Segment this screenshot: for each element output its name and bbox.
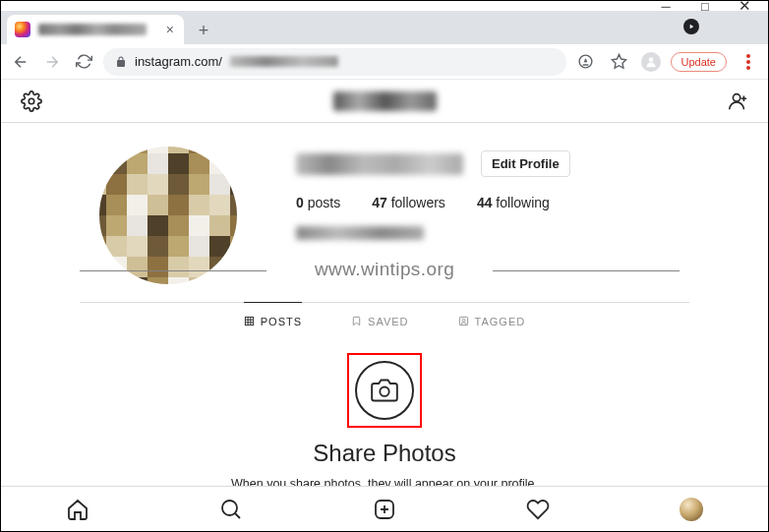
new-tab-button[interactable]: +	[190, 17, 217, 44]
tab-posts[interactable]: POSTS	[244, 302, 302, 339]
address-bar[interactable]: instagram.com/	[103, 48, 566, 76]
install-app-icon[interactable]	[574, 50, 598, 74]
browser-toolbar: instagram.com/ Update	[1, 44, 768, 80]
instagram-favicon	[15, 22, 30, 37]
browser-tab-active[interactable]: ×	[7, 15, 184, 44]
tab-title-blurred	[38, 24, 147, 35]
chrome-menu-icon[interactable]	[737, 50, 760, 74]
tagged-icon	[458, 316, 469, 326]
url-path-blurred	[230, 56, 338, 67]
profile-picture[interactable]	[99, 147, 237, 284]
heart-icon	[526, 498, 550, 521]
bookmark-star-icon[interactable]	[608, 50, 631, 74]
posts-stat[interactable]: 0 posts	[296, 195, 340, 210]
back-button[interactable]	[9, 50, 32, 74]
bookmark-icon	[351, 316, 362, 326]
media-control-icon[interactable]	[683, 19, 699, 34]
window-titlebar: ─ □ ✕	[1, 1, 768, 11]
edit-profile-button[interactable]: Edit Profile	[481, 150, 570, 177]
fullname-blurred	[296, 226, 424, 240]
gear-icon[interactable]	[21, 90, 42, 112]
discover-people-icon[interactable]	[727, 90, 748, 112]
svg-point-6	[733, 93, 739, 100]
instagram-logo-blurred	[333, 91, 437, 111]
watermark-line	[80, 270, 266, 271]
profile-avatar-icon	[680, 498, 703, 521]
username-blurred	[296, 153, 463, 175]
nav-activity[interactable]	[525, 497, 551, 522]
tab-saved[interactable]: SAVED	[351, 316, 408, 327]
grid-icon	[244, 316, 255, 326]
svg-point-4	[746, 66, 750, 70]
instagram-header	[1, 80, 768, 123]
empty-title: Share Photos	[1, 440, 768, 467]
tab-tagged[interactable]: TAGGED	[458, 316, 526, 327]
svg-point-12	[222, 501, 237, 515]
window-close-button[interactable]: ✕	[725, 1, 764, 11]
svg-rect-7	[245, 317, 253, 325]
svg-point-3	[746, 60, 750, 64]
profile-stats: 0 posts 47 followers 44 following	[296, 195, 689, 210]
forward-button[interactable]	[40, 50, 64, 74]
window-maximize-button[interactable]: □	[685, 1, 725, 11]
url-host: instagram.com/	[135, 54, 222, 69]
chrome-profile-avatar[interactable]	[641, 52, 661, 72]
svg-point-9	[462, 319, 465, 322]
bottom-nav	[1, 486, 768, 531]
search-icon	[219, 498, 243, 521]
home-icon	[66, 498, 89, 521]
watermark-line	[493, 270, 680, 271]
camera-highlight-box	[347, 353, 422, 428]
nav-new-post[interactable]	[372, 497, 397, 522]
lock-icon	[115, 56, 127, 68]
followers-stat[interactable]: 47 followers	[372, 195, 445, 210]
following-stat[interactable]: 44 following	[477, 195, 550, 210]
browser-tab-strip: × +	[1, 11, 768, 44]
camera-icon	[371, 377, 398, 404]
svg-point-2	[746, 54, 750, 58]
svg-point-10	[380, 387, 388, 396]
svg-point-1	[648, 57, 653, 62]
chrome-update-button[interactable]: Update	[671, 52, 727, 72]
window-minimize-button[interactable]: ─	[646, 1, 685, 11]
nav-profile[interactable]	[679, 497, 704, 522]
nav-home[interactable]	[65, 497, 90, 522]
profile-content-tabs: POSTS SAVED TAGGED	[80, 302, 689, 339]
nav-search[interactable]	[218, 497, 244, 522]
reload-button[interactable]	[72, 50, 95, 74]
plus-square-icon	[373, 498, 396, 521]
svg-point-5	[29, 98, 34, 104]
tab-close-icon[interactable]: ×	[166, 22, 174, 37]
profile-section: Edit Profile 0 posts 47 followers 44 fol…	[1, 123, 768, 302]
camera-circle-icon[interactable]	[355, 361, 414, 420]
